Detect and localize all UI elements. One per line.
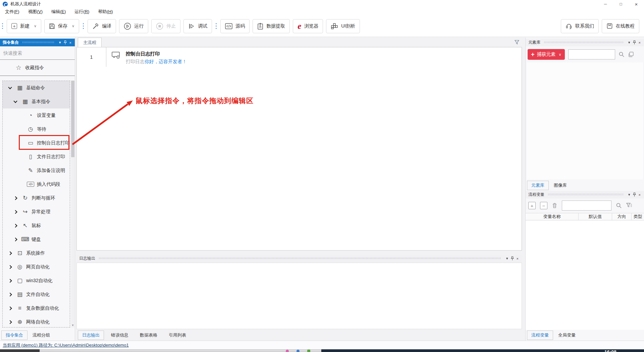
tab-日志输出[interactable]: 日志输出 bbox=[78, 331, 104, 340]
scroll-down-icon[interactable]: ▼ bbox=[71, 324, 74, 327]
tree-item-win32自动化[interactable]: ▢win32自动化 bbox=[3, 274, 70, 288]
minimize-button[interactable]: ─ bbox=[598, 0, 613, 8]
chevron-down-icon[interactable]: ∨ bbox=[72, 24, 74, 28]
delete-trash-icon[interactable] bbox=[552, 203, 557, 209]
expand-arrow-icon[interactable] bbox=[8, 265, 12, 269]
expand-arrow-icon[interactable] bbox=[8, 306, 12, 310]
pin-icon[interactable] bbox=[632, 40, 637, 45]
tree-item-控制台日志打印[interactable]: ▭控制台日志打印 bbox=[3, 136, 70, 150]
expand-arrow-icon[interactable] bbox=[13, 196, 17, 200]
tree-item-键盘[interactable]: ⌨键盘 bbox=[3, 232, 70, 246]
add-variable-button[interactable]: + bbox=[528, 202, 536, 209]
save-button[interactable]: 保存 ∨ bbox=[44, 19, 79, 33]
taskbar-tray-icon[interactable] bbox=[286, 350, 289, 352]
tree-item-复杂数据自动化[interactable]: ≡复杂数据自动化 bbox=[3, 301, 70, 315]
panel-dropdown-icon[interactable]: ▾ bbox=[627, 40, 632, 45]
maximize-button[interactable]: □ bbox=[613, 0, 629, 8]
tab-元素库[interactable]: 元素库 bbox=[527, 181, 549, 190]
tab-全局变量[interactable]: 全局变量 bbox=[554, 331, 580, 340]
tree-item-异常处理[interactable]: ↪异常处理 bbox=[3, 205, 70, 219]
scrollbar-thumb[interactable] bbox=[71, 81, 74, 157]
tree-item-设置变量[interactable]: ◔设置变量 bbox=[3, 108, 70, 122]
expand-arrow-icon[interactable] bbox=[13, 237, 17, 241]
capture-element-button[interactable]: + 捕获元素 ∨ bbox=[528, 49, 565, 60]
browser-button[interactable]: e 浏览器 bbox=[293, 19, 323, 33]
search-icon[interactable] bbox=[616, 203, 622, 209]
tree-item-文件日志打印[interactable]: ▯文件日志打印 bbox=[3, 150, 70, 164]
tree-item-鼠标[interactable]: ↖鼠标 bbox=[3, 219, 70, 232]
pin-icon[interactable] bbox=[509, 256, 515, 261]
panel-close-icon[interactable]: × bbox=[637, 41, 642, 45]
contact-us-button[interactable]: 联系我们 bbox=[561, 19, 599, 33]
expand-arrow-icon[interactable] bbox=[13, 99, 17, 103]
menu-item[interactable]: 编辑(E) bbox=[47, 8, 70, 15]
panel-dropdown-icon[interactable]: ▾ bbox=[627, 192, 632, 197]
panel-dropdown-icon[interactable]: ▾ bbox=[58, 40, 62, 45]
tab-错误信息[interactable]: 错误信息 bbox=[107, 331, 133, 340]
tree-item-添加备注说明[interactable]: ✎添加备注说明 bbox=[3, 164, 70, 177]
menu-item[interactable]: 帮助(H) bbox=[94, 8, 117, 15]
column-header[interactable]: 默认值 bbox=[579, 213, 612, 220]
tree-item-网页自动化[interactable]: ◎网页自动化 bbox=[3, 260, 70, 274]
tree-item-网络自动化[interactable]: ⊕网络自动化 bbox=[3, 315, 70, 327]
current-app-path-link[interactable]: 当前应用 (demo1) 路径为: C:\Users\Admin\Desktop… bbox=[3, 342, 129, 348]
tab-指令集合[interactable]: 指令集合 bbox=[1, 331, 28, 340]
source-code-button[interactable]: 源码 bbox=[220, 19, 250, 33]
favorite-instructions-item[interactable]: ☆ 收藏指令 bbox=[0, 60, 75, 76]
filter-funnel-icon[interactable] bbox=[626, 203, 632, 208]
variable-search-input[interactable] bbox=[562, 201, 611, 211]
tab-引用列表[interactable]: 引用列表 bbox=[164, 331, 191, 340]
ui-parse-button[interactable]: UI剖析 bbox=[326, 19, 360, 33]
data-extract-button[interactable]: 数据提取 bbox=[253, 19, 290, 33]
quick-search-input[interactable] bbox=[0, 46, 75, 60]
run-button[interactable]: 运行 bbox=[119, 19, 148, 33]
tree-item-系统操作[interactable]: ⊡系统操作 bbox=[3, 246, 70, 260]
expand-arrow-icon[interactable] bbox=[13, 224, 17, 227]
tree-item-等待[interactable]: ◷等待 bbox=[3, 122, 70, 136]
taskbar-tray-icon[interactable] bbox=[307, 350, 310, 352]
menu-item[interactable]: 视图(V) bbox=[24, 8, 47, 15]
tree-item-基本指令[interactable]: ▦基本指令 bbox=[3, 95, 70, 108]
column-header[interactable]: 变量名称 bbox=[526, 213, 579, 220]
compile-button[interactable]: 编译 bbox=[88, 19, 116, 33]
filter-icon[interactable] bbox=[515, 40, 519, 46]
expand-arrow-icon[interactable] bbox=[8, 279, 12, 282]
tab-流程分组[interactable]: 流程分组 bbox=[28, 331, 54, 340]
taskbar-window-button[interactable] bbox=[40, 349, 321, 352]
tree-item-判断与循环[interactable]: ↻判断与循环 bbox=[3, 191, 70, 205]
debug-button[interactable]: 调试 bbox=[183, 19, 212, 33]
expand-arrow-icon[interactable] bbox=[8, 251, 12, 255]
tab-main-flow[interactable]: 主流程 bbox=[78, 38, 102, 47]
flow-node-row[interactable]: 1 控制台日志打印 打印日志你好，迈容开发者！ bbox=[77, 47, 522, 67]
taskbar-tray-icon[interactable] bbox=[297, 350, 300, 352]
menu-item[interactable]: 运行(R) bbox=[70, 8, 94, 15]
chevron-down-icon[interactable]: ∨ bbox=[34, 24, 37, 28]
tree-item-文件自动化[interactable]: ▤文件自动化 bbox=[3, 288, 70, 301]
expand-arrow-icon[interactable] bbox=[8, 320, 12, 324]
pin-icon[interactable] bbox=[62, 40, 68, 45]
tree-item-插入代码段[interactable]: </>插入代码段 bbox=[3, 177, 70, 191]
element-search-input[interactable] bbox=[568, 49, 615, 59]
panel-close-icon[interactable]: × bbox=[637, 193, 642, 197]
tutorial-button[interactable]: 在线教程 bbox=[602, 19, 639, 33]
flow-canvas[interactable]: 1 控制台日志打印 打印日志你好，迈容开发者！ bbox=[76, 47, 522, 251]
tree-item-基础命令[interactable]: ▦基础命令 bbox=[3, 81, 70, 95]
remove-variable-button[interactable]: − bbox=[540, 202, 547, 209]
tab-流程变量[interactable]: 流程变量 bbox=[527, 331, 553, 340]
column-header[interactable]: 方向 bbox=[612, 213, 632, 220]
new-button[interactable]: + 新建 ∨ bbox=[7, 19, 41, 33]
expand-arrow-icon[interactable] bbox=[13, 210, 17, 214]
tab-数据表格[interactable]: 数据表格 bbox=[136, 331, 162, 340]
copy-squares-icon[interactable] bbox=[628, 51, 634, 57]
pin-icon[interactable] bbox=[632, 192, 637, 197]
expand-arrow-icon[interactable] bbox=[8, 293, 12, 296]
chevron-down-icon[interactable]: ∨ bbox=[559, 52, 561, 57]
expand-arrow-icon[interactable] bbox=[8, 85, 12, 89]
column-header[interactable]: 类型 bbox=[632, 213, 644, 220]
sidebar-scrollbar[interactable]: ▼ bbox=[71, 81, 74, 327]
panel-close-icon[interactable]: × bbox=[68, 41, 73, 45]
menu-item[interactable]: 文件(F) bbox=[1, 8, 24, 15]
panel-close-icon[interactable]: × bbox=[515, 257, 520, 261]
close-button[interactable]: × bbox=[629, 0, 644, 8]
search-icon[interactable] bbox=[619, 51, 625, 57]
